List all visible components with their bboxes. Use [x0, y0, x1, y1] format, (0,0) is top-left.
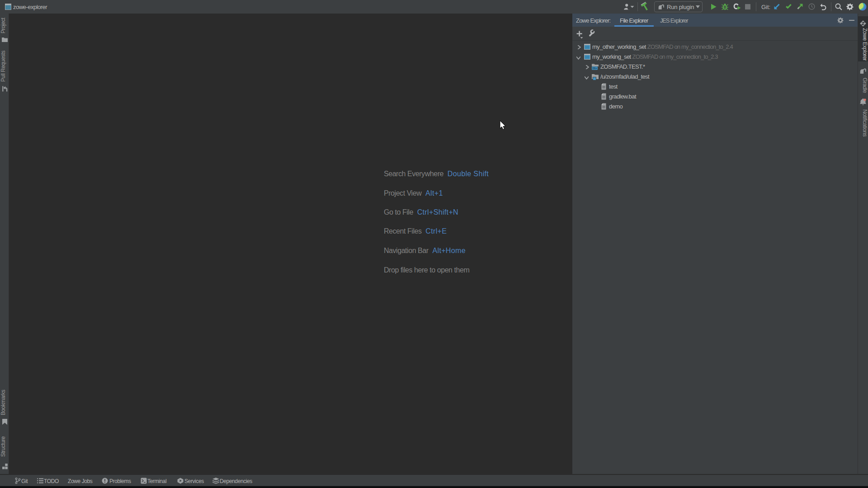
svg-text:DS: DS [592, 67, 596, 70]
